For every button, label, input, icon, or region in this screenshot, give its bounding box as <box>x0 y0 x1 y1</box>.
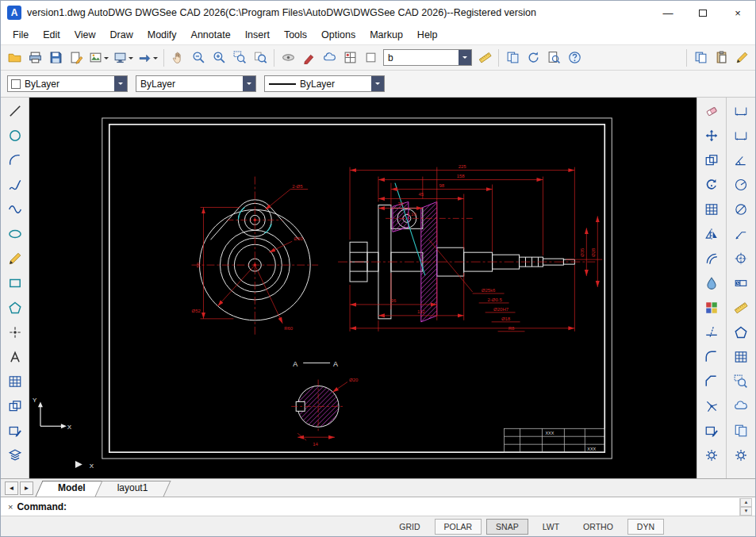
menu-modify[interactable]: Modify <box>140 27 184 43</box>
line-tool-button[interactable] <box>4 100 26 121</box>
menu-insert[interactable]: Insert <box>238 27 277 43</box>
tolerance-tool-button[interactable] <box>730 272 752 293</box>
polyline-tool-button[interactable] <box>4 174 26 195</box>
dropdown-caret-icon[interactable] <box>104 57 109 62</box>
menu-options[interactable]: Options <box>314 27 363 43</box>
combo-dropdown-button[interactable] <box>243 76 255 91</box>
copy-tool-button[interactable] <box>700 149 723 171</box>
dim-angular-tool-button[interactable] <box>730 149 752 171</box>
arc-tool-button[interactable] <box>4 149 26 171</box>
draw-pencil-button[interactable] <box>731 48 752 67</box>
command-input[interactable] <box>71 500 739 514</box>
zoom-extents-button[interactable] <box>250 48 271 67</box>
color-combo[interactable]: ByLayer <box>136 75 256 92</box>
help-button[interactable] <box>564 48 585 67</box>
close-button[interactable]: × <box>720 1 755 25</box>
layer-combo[interactable]: ByLayer <box>7 75 128 92</box>
menu-file[interactable]: File <box>6 27 36 43</box>
revision-cloud-tool-button[interactable] <box>730 395 752 416</box>
match-properties-tool-button[interactable] <box>700 272 723 293</box>
dyn-toggle[interactable]: DYN <box>627 519 664 535</box>
zoom-out-button[interactable] <box>188 48 209 67</box>
edit-drawing-button[interactable] <box>66 48 86 67</box>
menu-edit[interactable]: Edit <box>36 27 67 43</box>
open-button[interactable] <box>4 48 25 67</box>
lwt-toggle[interactable]: LWT <box>533 519 569 535</box>
dim-settings-button[interactable] <box>730 444 752 466</box>
combo-dropdown-button[interactable] <box>371 76 384 91</box>
menu-annotate[interactable]: Annotate <box>184 27 238 43</box>
dropdown-caret-icon[interactable] <box>129 57 133 62</box>
shaded-view-button[interactable] <box>278 48 298 67</box>
hatch-tool-button[interactable] <box>4 370 26 392</box>
copy-tool-button[interactable] <box>4 395 26 416</box>
tab-scroll-right-button[interactable]: ► <box>20 481 33 495</box>
dropdown-caret-icon[interactable] <box>153 57 158 62</box>
freehand-tool-button[interactable] <box>4 198 26 220</box>
layer-colors-tool-button[interactable] <box>700 297 723 318</box>
leader-tool-button[interactable] <box>730 223 752 244</box>
array-tool-button[interactable] <box>700 198 723 220</box>
maximize-button[interactable] <box>685 1 720 25</box>
grid-toggle[interactable]: GRID <box>390 519 429 535</box>
command-scroll-up-button[interactable]: ▲ <box>740 498 752 507</box>
mirror-tool-button[interactable] <box>700 223 723 244</box>
trim-tool-button[interactable] <box>700 321 723 343</box>
copy-button[interactable] <box>690 48 711 67</box>
markup-manager-button[interactable] <box>340 48 360 67</box>
polar-toggle[interactable]: POLAR <box>435 519 482 535</box>
menu-markup[interactable]: Markup <box>363 27 410 43</box>
sheet-compare-tool-button[interactable] <box>730 420 752 441</box>
combo-dropdown-button[interactable] <box>459 50 471 65</box>
markup-cloud-button[interactable] <box>319 48 340 67</box>
export-image-button[interactable] <box>86 48 111 67</box>
rotate-tool-button[interactable] <box>700 174 723 195</box>
ortho-toggle[interactable]: ORTHO <box>574 519 623 535</box>
center-mark-tool-button[interactable] <box>730 247 752 269</box>
rectangle-tool-button[interactable] <box>4 272 26 293</box>
paste-button[interactable] <box>711 48 731 67</box>
layers-tool-button[interactable] <box>4 444 26 466</box>
save-button[interactable] <box>45 48 66 67</box>
menu-draw[interactable]: Draw <box>103 27 140 43</box>
zoom-in-button[interactable] <box>209 48 229 67</box>
find-text-button[interactable] <box>543 48 564 67</box>
zoom-region-tool-button[interactable] <box>730 370 752 392</box>
point-tool-button[interactable] <box>4 321 26 343</box>
measure-button[interactable] <box>474 48 495 67</box>
menu-help[interactable]: Help <box>410 27 445 43</box>
snap-toggle[interactable]: SNAP <box>486 519 528 535</box>
drawing-canvas[interactable]: 2-Ø5 Ø30 Ø52 R60 58 <box>29 98 697 478</box>
table-tool-button[interactable] <box>730 346 752 367</box>
tab-layout1[interactable]: layout1 <box>102 479 164 497</box>
viewports-button[interactable] <box>111 48 136 67</box>
block-insert-tool-button[interactable] <box>700 420 723 441</box>
dim-diameter-tool-button[interactable] <box>730 198 752 220</box>
refresh-button[interactable] <box>523 48 543 67</box>
minimize-button[interactable]: — <box>650 1 685 25</box>
ellipse-tool-button[interactable] <box>4 223 26 244</box>
linetype-combo[interactable]: ByLayer <box>264 75 385 92</box>
text-tool-button[interactable] <box>4 346 26 367</box>
dim-radius-tool-button[interactable] <box>730 174 752 195</box>
circle-tool-button[interactable] <box>4 125 26 146</box>
zoom-window-button[interactable] <box>229 48 250 67</box>
menu-tools[interactable]: Tools <box>277 27 314 43</box>
offset-tool-button[interactable] <box>700 247 723 269</box>
resize-grip[interactable] <box>743 524 754 535</box>
print-button[interactable] <box>25 48 45 67</box>
dim-linear-tool-button[interactable] <box>730 100 752 121</box>
measure-ruler-tool-button[interactable] <box>730 297 752 318</box>
tab-model[interactable]: Model <box>42 479 102 497</box>
explode-tool-button[interactable] <box>700 395 723 416</box>
pan-button[interactable] <box>167 48 188 67</box>
color-swatch-button[interactable] <box>360 48 381 67</box>
next-view-button[interactable] <box>136 48 160 67</box>
command-scroll-down-button[interactable]: ▼ <box>740 507 752 516</box>
fillet-tool-button[interactable] <box>700 346 723 367</box>
combo-dropdown-button[interactable] <box>114 76 127 91</box>
dim-aligned-tool-button[interactable] <box>730 125 752 146</box>
chamfer-tool-button[interactable] <box>700 370 723 392</box>
erase-tool-button[interactable] <box>700 100 723 121</box>
polygon-tool-button[interactable] <box>4 297 26 318</box>
